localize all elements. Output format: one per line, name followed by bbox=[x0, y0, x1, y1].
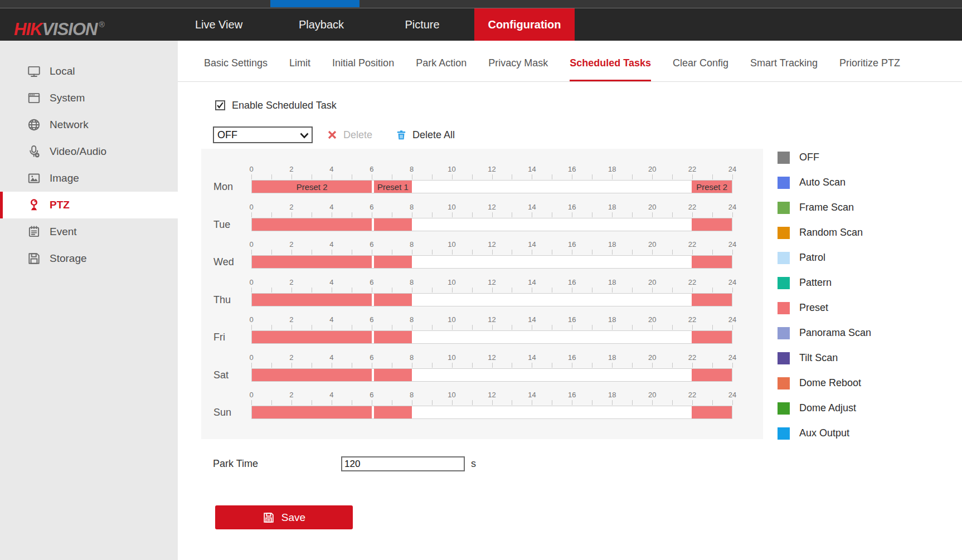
task-segment[interactable] bbox=[692, 218, 732, 231]
task-segment[interactable] bbox=[374, 331, 412, 343]
enable-scheduled-task-label: Enable Scheduled Task bbox=[232, 100, 337, 111]
sidebar-item-event[interactable]: Event bbox=[0, 218, 178, 245]
nav-item-live-view[interactable]: Live View bbox=[178, 8, 259, 41]
task-segment[interactable] bbox=[692, 256, 732, 268]
monitor-icon bbox=[27, 64, 41, 79]
legend-item-dome-reboot: Dome Reboot bbox=[778, 371, 871, 396]
legend-item-pattern: Pattern bbox=[778, 270, 871, 295]
task-segment[interactable] bbox=[374, 406, 412, 418]
hour-label: 2 bbox=[289, 391, 293, 399]
sidebar-item-network[interactable]: Network bbox=[0, 111, 178, 138]
day-label: Thu bbox=[213, 293, 231, 306]
legend-label: Auto Scan bbox=[799, 177, 846, 188]
task-segment[interactable] bbox=[692, 369, 732, 381]
legend-label: Aux Output bbox=[799, 427, 849, 439]
tab-prioritize-ptz[interactable]: Prioritize PTZ bbox=[839, 57, 900, 81]
task-segment[interactable] bbox=[252, 369, 372, 381]
task-segment[interactable] bbox=[374, 369, 412, 381]
schedule-track-thu[interactable] bbox=[251, 293, 732, 306]
tab-initial-position[interactable]: Initial Position bbox=[332, 57, 394, 81]
task-segment[interactable]: Preset 2 bbox=[252, 181, 372, 193]
sidebar-item-label: System bbox=[50, 92, 85, 104]
save-button-label: Save bbox=[281, 512, 305, 524]
hour-label: 12 bbox=[488, 354, 495, 362]
tab-smart-tracking[interactable]: Smart Tracking bbox=[750, 57, 818, 81]
legend-label: Pattern bbox=[799, 277, 832, 289]
task-segment[interactable] bbox=[374, 256, 412, 268]
hour-label: 20 bbox=[648, 354, 656, 362]
nav-item-configuration[interactable]: Configuration bbox=[474, 8, 575, 41]
hour-label: 10 bbox=[448, 203, 455, 211]
day-label: Tue bbox=[213, 218, 230, 231]
sidebar-item-system[interactable]: System bbox=[0, 85, 178, 111]
task-segment[interactable] bbox=[252, 294, 372, 306]
tab-scheduled-tasks[interactable]: Scheduled Tasks bbox=[570, 57, 651, 81]
task-segment[interactable] bbox=[692, 294, 732, 306]
sidebar-item-label: Local bbox=[50, 65, 75, 77]
hour-label: 6 bbox=[370, 203, 373, 211]
delete-button[interactable]: Delete bbox=[327, 126, 372, 143]
task-segment[interactable] bbox=[252, 256, 372, 268]
hour-label: 2 bbox=[289, 241, 293, 249]
schedule-track-tue[interactable] bbox=[251, 218, 732, 231]
hour-label: 18 bbox=[608, 203, 616, 211]
sidebar-item-video-audio[interactable]: Video/Audio bbox=[0, 138, 178, 165]
hour-label: 18 bbox=[608, 279, 616, 286]
hour-label: 12 bbox=[488, 391, 495, 399]
legend-label: Panorama Scan bbox=[799, 327, 871, 339]
hour-label: 4 bbox=[329, 354, 333, 362]
sidebar-item-local[interactable]: Local bbox=[0, 58, 178, 85]
tab-privacy-mask[interactable]: Privacy Mask bbox=[488, 57, 548, 81]
nav-item-playback[interactable]: Playback bbox=[281, 8, 362, 41]
hour-label: 16 bbox=[568, 279, 576, 286]
tab-park-action[interactable]: Park Action bbox=[416, 57, 467, 81]
legend-swatch bbox=[778, 277, 790, 289]
disk-icon bbox=[27, 251, 41, 266]
sidebar-item-image[interactable]: Image bbox=[0, 165, 178, 192]
hour-label: 16 bbox=[568, 203, 576, 211]
task-segment[interactable] bbox=[252, 406, 372, 418]
hour-label: 10 bbox=[448, 241, 455, 249]
enable-scheduled-task-row: Enable Scheduled Task bbox=[215, 97, 337, 114]
task-segment[interactable] bbox=[252, 218, 372, 231]
day-label: Mon bbox=[213, 180, 233, 193]
task-segment[interactable]: Preset 1 bbox=[374, 181, 412, 193]
microphone-icon bbox=[27, 144, 41, 159]
legend-label: Tilt Scan bbox=[799, 352, 838, 364]
schedule-track-wed[interactable] bbox=[251, 255, 732, 269]
hour-label: 18 bbox=[608, 241, 616, 249]
nav-item-picture[interactable]: Picture bbox=[385, 8, 460, 41]
task-segment[interactable] bbox=[692, 331, 732, 343]
schedule-track-mon[interactable]: Preset 2Preset 1Preset 2 bbox=[251, 180, 732, 193]
sidebar-item-storage[interactable]: Storage bbox=[0, 245, 178, 272]
hour-label: 2 bbox=[289, 279, 293, 286]
hour-label: 18 bbox=[608, 354, 616, 362]
tab-basic-settings[interactable]: Basic Settings bbox=[204, 57, 268, 81]
sidebar-item-label: Event bbox=[50, 226, 77, 238]
registered-mark: ® bbox=[99, 20, 104, 29]
hour-label: 22 bbox=[688, 241, 696, 249]
hour-label: 10 bbox=[448, 354, 455, 362]
enable-scheduled-task-checkbox[interactable] bbox=[215, 100, 225, 110]
hour-label: 24 bbox=[728, 316, 736, 324]
tab-clear-config[interactable]: Clear Config bbox=[673, 57, 728, 81]
tab-limit[interactable]: Limit bbox=[289, 57, 310, 81]
save-button[interactable]: Save bbox=[215, 505, 353, 529]
schedule-track-fri[interactable] bbox=[251, 330, 732, 344]
legend-swatch bbox=[778, 352, 790, 364]
legend-item-panorama-scan: Panorama Scan bbox=[778, 320, 871, 345]
legend-swatch bbox=[778, 252, 790, 264]
task-segment[interactable]: Preset 2 bbox=[692, 181, 732, 193]
delete-all-button[interactable]: Delete All bbox=[396, 126, 455, 143]
task-segment[interactable] bbox=[692, 406, 732, 418]
park-time-input[interactable] bbox=[341, 456, 465, 471]
hour-label: 18 bbox=[608, 316, 616, 324]
task-segment[interactable] bbox=[374, 218, 412, 231]
schedule-track-sun[interactable] bbox=[251, 406, 732, 419]
delete-button-label: Delete bbox=[343, 129, 372, 141]
task-segment[interactable] bbox=[252, 331, 372, 343]
task-type-select[interactable]: OFF bbox=[213, 126, 313, 143]
schedule-track-sat[interactable] bbox=[251, 368, 732, 382]
sidebar-item-ptz[interactable]: PTZ bbox=[0, 192, 178, 218]
task-segment[interactable] bbox=[374, 294, 412, 306]
